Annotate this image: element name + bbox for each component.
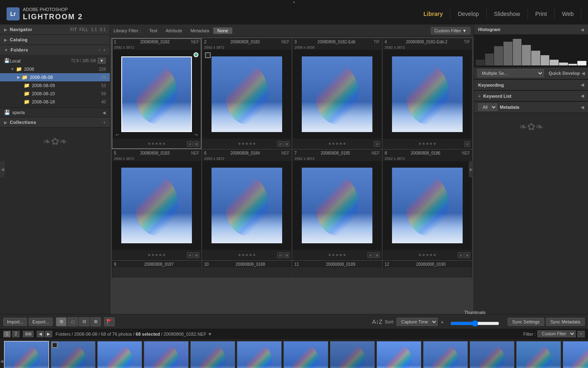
grid-toggle-btn[interactable]: ⊞⊞ [23,331,33,337]
module-library[interactable]: Library [416,8,450,20]
grid-view-btn[interactable]: ⊞ [56,317,67,326]
grid-cell-11[interactable]: 11 20080808_0189 [292,261,382,277]
folder-item-2008-08-09[interactable]: 📁 2008-08-09 53 [0,81,110,90]
folder-item-2008-08-10[interactable]: 📁 2008-08-10 59 [0,90,110,98]
module-print[interactable]: Print [528,8,555,20]
grid-cell-10[interactable]: 10 20080808_0188 [202,261,292,277]
folder-item-2008-08-18[interactable]: 📁 2008-08-18 40 [0,98,110,106]
status-filter-select[interactable]: Custom Filter [537,330,576,337]
grid-cell-4[interactable]: 4 20080808_0182-Edit-2 TIF 2592 x 3872 ⊘ [383,38,472,149]
grid-cell-5[interactable]: 5 20080808_0183 NEF 2592 x 3872 ⊘ ⊞ [112,150,201,260]
folder-2008-name: 2008 [24,67,99,72]
filmstrip-item-5[interactable]: ⊘ ⊞ [190,341,235,368]
sparta-item[interactable]: 💾 sparta ◀ [0,108,110,117]
filmstrip-item-1[interactable]: ⊘ ⊞ [4,341,49,368]
folders-label: Folders [11,47,28,52]
filmstrip-item-4[interactable]: ⊘ ⊞ [144,341,189,368]
view-buttons: ⊞ □ ⊟ ⊞ [56,317,101,326]
fit-btn[interactable]: FIT [70,27,77,32]
filmstrip-left-arrow[interactable]: ◀ [0,341,3,368]
filename-dropdown[interactable]: ▼ [207,332,212,337]
cell-2-corner [205,52,211,58]
badge-icon: ⊞ [194,141,199,147]
import-button[interactable]: Import... [3,318,27,326]
custom-filter-btn[interactable]: Custom Filter ▼ [431,27,470,34]
grid-cell-8[interactable]: 8 20080808_0186 NEF 2592 x 3872 ⊘ ⊞ [383,150,472,260]
filmstrip-item-7[interactable]: ⊘ ⊞ [283,341,328,368]
filmstrip-item-13[interactable]: ⊘ ⊞ [563,341,588,368]
filter-none-btn[interactable]: None [213,27,232,34]
1to1-btn[interactable]: 1:1 [91,27,97,32]
folders-header[interactable]: ▼ Folders − + [0,45,110,55]
filmstrip-item-3[interactable]: ⊘ [97,341,142,368]
collections-plus-btn[interactable]: + [103,120,106,125]
sync-metadata-button[interactable]: Sync Metadata [546,318,585,326]
3to1-btn[interactable]: 3:1 [100,27,106,32]
filter-text-btn[interactable]: Text [145,27,161,34]
page-buttons: 1 2 [3,331,20,337]
local-dropdown-btn[interactable]: ▼ [98,58,106,64]
folder-item-2008[interactable]: ▼ 📁 2008 228 [0,65,110,73]
right-panel-toggle[interactable]: ▶ [469,161,474,177]
filter-metadata-btn[interactable]: Metadata [186,27,213,34]
crop-icon: ⊘ [187,141,193,147]
collections-arrow: ▶ [4,120,7,125]
module-develop[interactable]: Develop [450,8,486,20]
sort-up-btn[interactable]: ▲ [440,320,444,324]
top-collapse-arrow[interactable]: ▲ [0,0,588,3]
folder-item-2008-08-08[interactable]: ▶ 📁 2008-08-08 76 [0,73,110,81]
thumbnail-slider[interactable] [450,320,499,327]
page-2-btn[interactable]: 2 [12,331,20,337]
filmstrip-item-12[interactable]: ⊘ ⊞ [516,341,561,368]
module-slideshow[interactable]: Slideshow [487,8,528,20]
folders-plus-btn[interactable]: + [103,47,106,52]
loupe-view-btn[interactable]: □ [67,317,78,326]
filter-attribute-btn[interactable]: Attribute [161,27,186,34]
cell-1-redo[interactable]: ↪ [194,132,198,137]
filmstrip-item-11[interactable]: ⊘ ⊞ [470,341,514,368]
module-web[interactable]: Web [555,8,581,20]
sync-settings-button[interactable]: Sync Settings [508,318,544,326]
folder-icon: 📁 [24,99,30,105]
folder-2008-08-09-count: 53 [101,83,106,88]
multiple-se-dropdown[interactable]: Multiple Se... [477,69,544,77]
grid-cell-9[interactable]: 9 20080808_0187 [112,261,201,277]
navigator-header[interactable]: ▶ Navigator FIT FILL 1:1 3:1 [0,25,110,34]
compare-view-btn[interactable]: ⊟ [79,317,89,326]
sort-select[interactable]: Capture Time [396,318,438,326]
collections-header[interactable]: ▶ Collections + [0,117,110,127]
keyword-list-header[interactable]: + Keyword List ◀ [474,90,588,101]
local-size: 72.9 / 185 GB [71,58,96,63]
grid-cell-3[interactable]: 3 20080808_0182-Edit TIF 2008 x 3000 ⊘ [292,38,382,149]
collapse-btn[interactable]: − [577,331,585,337]
local-drive-row: 💾 Local 72.9 / 185 GB ▼ [0,56,110,65]
filmstrip-item-2[interactable]: ⊘ ⊞ [51,341,96,368]
catalog-header[interactable]: ▶ Catalog [0,35,110,45]
flag-btn[interactable]: 🚩 [104,317,115,326]
quick-develop-arrow: ◀ [581,71,585,76]
grid-cell-7[interactable]: 7 20080808_0185 NEF 2592 x 3872 ⊘ ⊞ [292,150,382,260]
histogram-header[interactable]: Histogram ◀ [474,25,588,34]
badge-icon: ⊞ [284,141,290,147]
grid-cell-6[interactable]: 6 20080808_0184 NEF 2592 x 3872 ⊘ ⊞ [202,150,292,260]
page-1-btn[interactable]: 1 [3,331,11,337]
grid-cell-2[interactable]: 2 20080808_0182 NEF 2592 x 3872 ⊘ ⊞ [202,38,292,149]
cell-1-undo[interactable]: ↩ [116,132,119,137]
grid-cell-12[interactable]: 12 20080808_0190 [383,261,472,277]
folder-icon: 📁 [16,66,22,72]
nav-next-btn[interactable]: ▶ [45,331,52,337]
metadata-header[interactable]: All Metadata ◀ [474,101,588,112]
filmstrip-item-10[interactable]: ⊘ ⊞ [423,341,468,368]
keywording-header[interactable]: Keywording ◀ [474,80,588,90]
filmstrip-item-9[interactable]: ⊘ ⊞ [376,341,421,368]
fill-btn[interactable]: FILL [79,27,88,32]
survey-view-btn[interactable]: ⊞ [90,317,101,326]
folders-minus-btn[interactable]: − [98,47,100,52]
left-panel-toggle[interactable]: ◀ [0,161,5,177]
filmstrip-item-6[interactable]: ⊘ ⊞ [237,341,282,368]
filmstrip-item-8[interactable]: ⊘ ⊞ [330,341,375,368]
grid-cell-1[interactable]: 1 20080808_0182 NEF 2592 x 3872 [112,38,201,149]
export-button[interactable]: Export... [29,318,53,326]
nav-prev-btn[interactable]: ◀ [37,331,44,337]
metadata-all-select[interactable]: All [478,103,497,111]
